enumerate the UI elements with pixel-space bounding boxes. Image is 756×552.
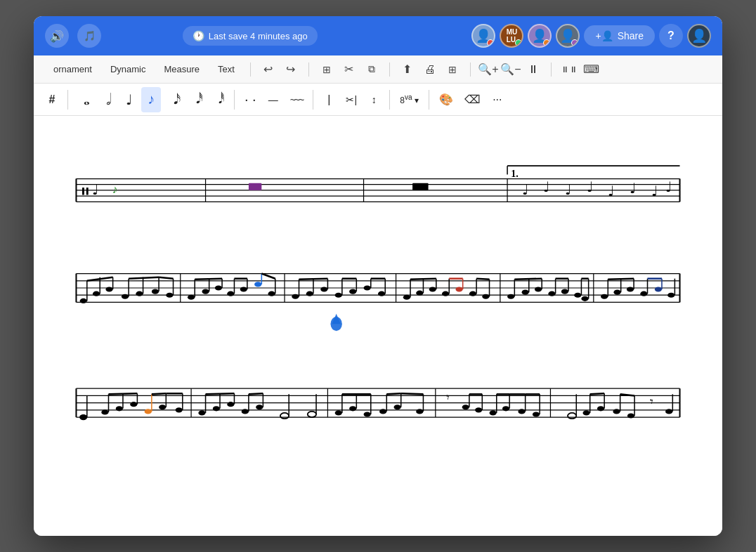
redo-button[interactable]: ↪ <box>280 59 301 80</box>
svg-point-147 <box>79 414 87 420</box>
voices-button[interactable]: ⏸⏸ <box>559 59 580 80</box>
svg-line-194 <box>401 393 424 394</box>
svg-point-196 <box>462 405 469 409</box>
svg-line-191 <box>386 393 400 394</box>
menu-text[interactable]: Text <box>209 60 243 78</box>
avatar-user[interactable]: 👤 <box>687 24 711 48</box>
ottava-icon: 8va ▾ <box>400 93 419 105</box>
sharp-button[interactable]: # <box>42 87 62 112</box>
avatar-3[interactable]: 👤 <box>528 24 552 48</box>
redo-icon: ↪ <box>286 63 295 76</box>
metronome-button[interactable]: ⏸ <box>523 59 544 80</box>
sixteenth-note-button[interactable]: 𝅘𝅥𝅰 <box>186 87 206 112</box>
svg-point-69 <box>292 294 299 299</box>
svg-point-171 <box>242 409 249 414</box>
volta-text: 1. <box>511 168 519 179</box>
note-divider-2 <box>234 90 235 110</box>
zoom-out-button[interactable]: 🔍− <box>500 59 521 80</box>
svg-text:♩: ♩ <box>651 183 658 199</box>
undo-button[interactable]: ↩ <box>258 59 279 80</box>
svg-line-175 <box>249 393 263 394</box>
svg-point-42 <box>122 294 129 299</box>
avatar-1[interactable]: 👤 <box>471 24 495 48</box>
metronome-icon: ⏸ <box>528 63 539 76</box>
svg-line-218 <box>590 393 604 394</box>
speaker-icon: 🔊 <box>50 29 64 43</box>
share-button[interactable]: +👤 Share <box>584 25 655 46</box>
svg-line-51 <box>159 277 173 279</box>
tie-button[interactable]: — <box>263 87 283 112</box>
svg-text:♩: ♩ <box>608 183 614 199</box>
svg-point-158 <box>159 405 166 409</box>
help-button[interactable]: ? <box>659 24 683 48</box>
svg-point-209 <box>533 412 540 416</box>
cut-button[interactable]: ✂ <box>339 59 360 80</box>
zoom-in-icon: 🔍+ <box>478 63 498 76</box>
svg-point-97 <box>455 287 462 291</box>
top-bar: 🔊 🎵 🕐 Last save 4 minutes ago 👤 MULU 👤 <box>34 16 722 55</box>
svg-point-134 <box>667 293 674 298</box>
menu-dynamic[interactable]: Dynamic <box>102 60 155 78</box>
note-divider-3 <box>313 90 313 110</box>
dot-button[interactable]: · · <box>240 87 261 112</box>
avatar-4[interactable]: 👤 <box>556 24 580 48</box>
menu-bar: ornament Dynamic Measure Text ↩ ↪ ⊞ ✂ ⧉ … <box>34 55 722 84</box>
double-whole-note-button[interactable]: 𝅝 <box>74 87 93 112</box>
score-area[interactable]: 1. 𝄥 ♩ ♪ <box>34 116 722 536</box>
svg-line-104 <box>476 279 489 280</box>
delete-button[interactable]: ⌫ <box>460 87 485 112</box>
upload-button[interactable]: ⬆ <box>397 59 418 80</box>
avatar-2[interactable]: MULU <box>500 24 523 48</box>
table-button[interactable]: ⊞ <box>442 59 463 80</box>
note-divider-5 <box>429 90 429 110</box>
print-button[interactable]: 🖨 <box>419 59 441 80</box>
upload-icon: ⬆ <box>403 63 412 76</box>
color-icon: 🎨 <box>439 93 453 106</box>
menu-measure[interactable]: Measure <box>156 60 209 78</box>
measure3-3 <box>335 393 424 416</box>
svg-line-155 <box>108 393 137 394</box>
save-indicator: 🕐 Last save 4 minutes ago <box>183 26 318 46</box>
svg-point-39 <box>105 287 112 291</box>
thirtysecond-note-button[interactable]: 𝅘𝅥𝅱 <box>209 87 228 112</box>
split-button[interactable]: ✂| <box>341 87 361 112</box>
tremolo-button[interactable]: ~~~ <box>286 87 308 112</box>
avatar-dot-2 <box>515 39 522 46</box>
svg-point-107 <box>522 290 529 295</box>
speaker-button[interactable]: 🔊 <box>45 24 69 48</box>
more-button[interactable]: ··· <box>488 87 507 112</box>
svg-line-94 <box>410 279 436 280</box>
quarter-note-button[interactable]: ♪ <box>141 87 161 112</box>
dot-icon: · · <box>245 91 256 107</box>
add-button[interactable]: ⊞ <box>316 59 337 80</box>
ottava-button[interactable]: 8va ▾ <box>396 87 423 112</box>
svg-point-61 <box>240 287 247 291</box>
table-icon: ⊞ <box>448 64 457 75</box>
menu-ornament[interactable]: ornament <box>45 60 100 78</box>
svg-point-52 <box>188 295 195 300</box>
svg-point-129 <box>640 291 647 296</box>
note-toolbar: # 𝅝 𝅗𝅥 ♩ ♪ 𝅘𝅥𝅯 𝅘𝅥𝅰 𝅘𝅥𝅱 · · — <box>34 84 722 116</box>
svg-line-75 <box>299 279 328 280</box>
svg-point-212 <box>568 413 576 419</box>
copy-button[interactable]: ⧉ <box>361 59 382 80</box>
half-note-button[interactable]: ♩ <box>119 87 138 112</box>
eighth-note-button[interactable]: 𝅘𝅥𝅯 <box>164 87 183 112</box>
svg-point-153 <box>130 402 137 407</box>
zoom-in-button[interactable]: 🔍+ <box>478 59 499 80</box>
svg-point-112 <box>548 291 555 296</box>
svg-point-161 <box>176 407 183 412</box>
svg-point-109 <box>535 287 542 291</box>
tie-icon: — <box>268 94 278 105</box>
svg-line-58 <box>195 279 222 280</box>
flip-button[interactable]: ↕ <box>364 87 384 112</box>
cursor-button[interactable]: | <box>319 87 339 112</box>
save-status-text: Last save 4 minutes ago <box>209 31 308 41</box>
color-button[interactable]: 🎨 <box>435 87 457 112</box>
svg-line-48 <box>129 277 159 279</box>
headphones-button[interactable]: 🎵 <box>77 24 101 48</box>
avatar-dot-1 <box>487 39 494 46</box>
keyboard-button[interactable]: ⌨ <box>581 59 602 80</box>
svg-point-64 <box>254 282 261 287</box>
whole-note-button[interactable]: 𝅗𝅥 <box>96 87 116 112</box>
